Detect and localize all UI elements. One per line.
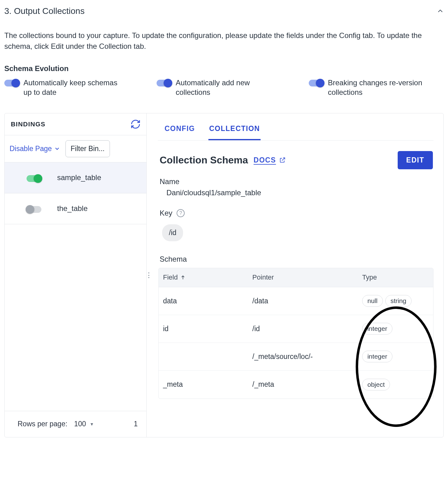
table-row: data/datanullstring — [159, 287, 433, 315]
filter-bindings-button[interactable]: Filter Bin... — [65, 140, 110, 157]
binding-name: sample_table — [57, 173, 101, 182]
table-row: /_meta/source/loc/-integer — [159, 343, 433, 371]
binding-toggle-sample_table[interactable] — [27, 175, 41, 182]
key-label: Key — [160, 209, 172, 217]
section-description: The collections bound to your capture. T… — [4, 30, 444, 52]
binding-toggle-the_table[interactable] — [27, 206, 41, 213]
cell-field: id — [159, 325, 249, 333]
external-link-icon — [279, 157, 286, 163]
type-chip: integer — [362, 351, 392, 362]
schema-evolution-heading: Schema Evolution — [4, 64, 444, 73]
type-chip: string — [385, 295, 412, 307]
tab-collection[interactable]: COLLECTION — [208, 124, 261, 140]
rows-per-page-value: 100 — [74, 420, 86, 428]
refresh-icon[interactable] — [130, 119, 141, 129]
cell-type: object — [359, 375, 433, 394]
panel-splitter[interactable]: ⋮ — [147, 113, 151, 437]
type-chip: object — [362, 379, 390, 390]
bindings-heading: BINDINGS — [11, 120, 45, 128]
chevron-down-icon — [54, 146, 60, 151]
toggle-reversion[interactable] — [309, 80, 324, 86]
cell-type: integer — [359, 347, 433, 366]
col-header-type[interactable]: Type — [359, 273, 433, 281]
binding-name: the_table — [57, 204, 88, 213]
cell-field: data — [159, 297, 249, 305]
rows-per-page-select[interactable]: 100 ▼ — [74, 420, 94, 428]
cell-pointer: /_meta/source/loc/- — [249, 352, 359, 361]
name-value: Dani/cloudsql1/sample_table — [160, 188, 433, 197]
name-label: Name — [160, 177, 433, 186]
toggle-keep-schemas-label: Automatically keep schemas up to date — [23, 78, 122, 97]
key-chip: /id — [162, 224, 183, 241]
help-icon[interactable]: ? — [177, 209, 185, 217]
toggle-add-collections[interactable] — [157, 80, 171, 86]
edit-button[interactable]: EDIT — [398, 151, 433, 169]
cell-pointer: /id — [249, 325, 359, 333]
toggle-add-collections-label: Automatically add new collections — [176, 78, 274, 97]
chevron-up-icon[interactable] — [437, 8, 444, 15]
cell-pointer: /_meta — [249, 380, 359, 389]
binding-row-sample_table[interactable]: sample_table — [5, 162, 146, 193]
col-header-pointer[interactable]: Pointer — [249, 273, 359, 281]
toggle-reversion-label: Breaking changes re-version collections — [328, 78, 427, 97]
bindings-panel: BINDINGS Disable Page Filter Bin... samp… — [5, 113, 147, 437]
binding-row-the_table[interactable]: the_table — [5, 193, 146, 224]
cell-field: _meta — [159, 380, 249, 389]
type-chip: integer — [362, 323, 392, 335]
cell-type: integer — [359, 319, 433, 338]
disable-page-label: Disable Page — [10, 145, 52, 153]
cell-type: nullstring — [359, 291, 433, 310]
collection-schema-title: Collection Schema — [160, 154, 248, 166]
schema-label: Schema — [160, 255, 433, 263]
table-row: id/idinteger — [159, 315, 433, 343]
col-header-field[interactable]: Field — [159, 273, 249, 281]
rows-per-page-label: Rows per page: — [18, 420, 67, 428]
disable-page-menu[interactable]: Disable Page — [10, 145, 60, 153]
table-row: _meta/_metaobject — [159, 371, 433, 398]
collection-panel: CONFIG COLLECTION Collection Schema DOCS… — [151, 113, 443, 437]
docs-link-label: DOCS — [253, 156, 276, 164]
section-title: 3. Output Collections — [4, 6, 85, 16]
toggle-keep-schemas[interactable] — [4, 80, 19, 86]
sort-asc-icon — [180, 275, 186, 280]
triangle-down-icon: ▼ — [90, 422, 94, 427]
schema-table: Field Pointer Type data/datanullstringid… — [158, 268, 433, 399]
docs-link[interactable]: DOCS — [253, 156, 286, 164]
page-indicator: 1 — [134, 420, 138, 428]
cell-pointer: /data — [249, 297, 359, 305]
type-chip: null — [362, 295, 383, 307]
tab-config[interactable]: CONFIG — [164, 124, 195, 140]
